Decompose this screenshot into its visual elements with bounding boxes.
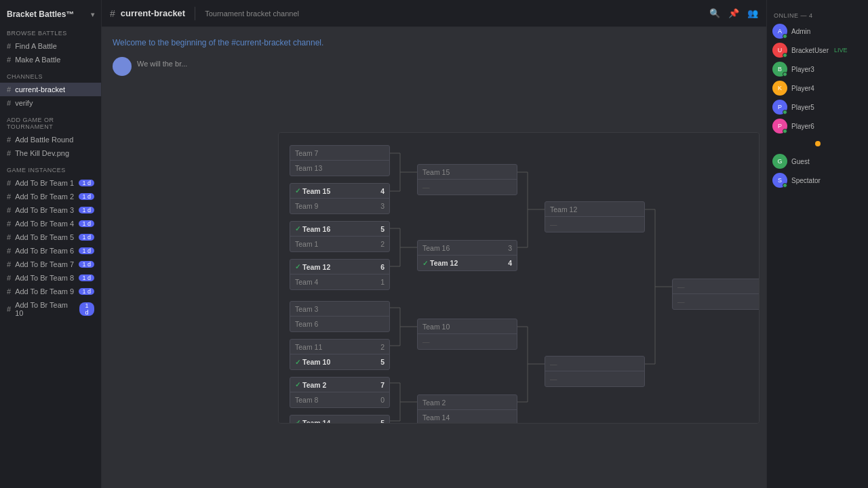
add-battle-label: Add Battle Round bbox=[15, 136, 73, 144]
section-add-game: ADD GAME OR TOURNAMENT bbox=[0, 110, 101, 133]
hash-icon4: # bbox=[7, 99, 11, 107]
sidebar-team5[interactable]: # Add To Br Team 5 1 d bbox=[0, 230, 101, 244]
welcome-text: Welcome to the beginning of the #current… bbox=[113, 38, 755, 47]
match-r4-1: — — bbox=[672, 277, 760, 311]
online-dot-6 bbox=[783, 129, 787, 134]
match-r2-2-team2: ✓ Team 12 4 bbox=[418, 256, 517, 270]
member-avatar-5: P bbox=[772, 100, 787, 115]
h6: # bbox=[7, 247, 11, 255]
h8: # bbox=[7, 274, 11, 282]
online-dot-2 bbox=[783, 53, 787, 58]
sidebar-current-bracket[interactable]: # current-bracket bbox=[0, 83, 101, 96]
check-icon-2: ✓ bbox=[295, 225, 300, 232]
member-5[interactable]: P Player5 bbox=[767, 98, 868, 117]
verify-label: verify bbox=[15, 99, 33, 107]
member-4[interactable]: K Player4 bbox=[767, 79, 868, 98]
member-name-8: Spectator bbox=[791, 177, 821, 184]
match-r3-1-team2: — bbox=[545, 217, 644, 232]
message-text-partial: We will the br... bbox=[137, 60, 187, 68]
match-r1-2: ✓ Team 15 4 Team 9 3 bbox=[290, 182, 390, 216]
sidebar-team2[interactable]: # Add To Br Team 2 1 d bbox=[0, 190, 101, 203]
section-channels: CHANNELS bbox=[0, 66, 101, 83]
sidebar-verify[interactable]: # verify bbox=[0, 96, 101, 110]
sidebar-make-battle[interactable]: # Make A Battle bbox=[0, 53, 101, 66]
hash-icon6: # bbox=[7, 149, 11, 157]
match-r1-1-team1: Team 7 bbox=[290, 146, 389, 161]
stream-badge: LIVE bbox=[834, 47, 848, 54]
badge-6: 1 d bbox=[79, 247, 94, 254]
h10: # bbox=[7, 305, 11, 313]
sidebar-find-battle[interactable]: # Find A Battle bbox=[0, 39, 101, 53]
match-r2-1-team1: Team 15 bbox=[418, 165, 517, 180]
sidebar-team3[interactable]: # Add To Br Team 3 1 d bbox=[0, 203, 101, 217]
member-7[interactable]: G Guest bbox=[767, 152, 868, 171]
match-r2-4-team2: Team 14 bbox=[418, 410, 517, 424]
status-indicator bbox=[815, 141, 821, 146]
sidebar-kill-dev[interactable]: # The Kill Dev.png bbox=[0, 146, 101, 160]
topbar-channel-name: current-bracket bbox=[121, 8, 185, 18]
topbar-description: Tournament bracket channel bbox=[205, 9, 299, 18]
sidebar-team7[interactable]: # Add To Br Team 7 1 d bbox=[0, 258, 101, 271]
sidebar-team4[interactable]: # Add To Br Team 4 1 d bbox=[0, 217, 101, 230]
match-r1-4-team2: Team 4 1 bbox=[290, 274, 389, 289]
match-r1-7: ✓ Team 2 7 Team 8 0 bbox=[290, 375, 390, 409]
member-1[interactable]: A Admin bbox=[767, 22, 868, 41]
match-r1-6: Team 11 2 ✓ Team 10 5 bbox=[290, 338, 390, 371]
member-name-2: BracketUser bbox=[791, 47, 829, 54]
member-avatar-7: G bbox=[772, 154, 787, 169]
t10-label: Add To Br Team 10 bbox=[15, 301, 77, 317]
t3-label: Add To Br Team 3 bbox=[15, 206, 74, 214]
t4-label: Add To Br Team 4 bbox=[15, 220, 74, 228]
member-avatar-6: P bbox=[772, 119, 787, 134]
badge-10: 1 d bbox=[79, 302, 94, 316]
h2: # bbox=[7, 192, 11, 201]
bracket-area: Team 7 Team 13 ✓ Team 15 4 Team 9 bbox=[290, 144, 760, 424]
sidebar-team10[interactable]: # Add To Br Team 10 1 d bbox=[0, 298, 101, 320]
member-avatar-4: K bbox=[772, 81, 787, 96]
badge-9: 1 d bbox=[79, 288, 94, 295]
sidebar-team9[interactable]: # Add To Br Team 9 1 d bbox=[0, 285, 101, 298]
member-3[interactable]: B Player3 bbox=[767, 60, 868, 79]
match-r3-1: Team 12 — bbox=[545, 200, 645, 234]
dropdown-icon[interactable]: ▾ bbox=[91, 11, 94, 18]
members-icon[interactable]: 👥 bbox=[747, 8, 758, 18]
h5: # bbox=[7, 233, 11, 241]
online-dot-8 bbox=[783, 183, 787, 188]
sidebar-team1[interactable]: # Add To Br Team 1 1 d bbox=[0, 176, 101, 190]
sidebar-add-battle-round[interactable]: # Add Battle Round bbox=[0, 133, 101, 146]
t9-label: Add To Br Team 9 bbox=[15, 287, 74, 296]
online-dot-1 bbox=[783, 34, 787, 39]
h1: # bbox=[7, 179, 11, 187]
section-game-instances: GAME INSTANCES bbox=[0, 160, 101, 176]
t8-label: Add To Br Team 8 bbox=[15, 274, 74, 282]
member-name-1: Admin bbox=[791, 28, 810, 35]
match-r3-2-team2: — bbox=[545, 371, 644, 386]
check-icon-4: ✓ bbox=[295, 359, 300, 366]
badge-1: 1 d bbox=[79, 180, 94, 186]
pin-icon[interactable]: 📌 bbox=[728, 8, 739, 18]
member-2[interactable]: U BracketUser LIVE bbox=[767, 41, 868, 60]
match-r1-8: ✓ Team 14 5 Team 5 2 bbox=[290, 413, 390, 424]
h3: # bbox=[7, 206, 11, 214]
member-6[interactable]: P Player6 bbox=[767, 117, 868, 136]
h9: # bbox=[7, 287, 11, 296]
match-r1-8-team1: ✓ Team 14 5 bbox=[290, 415, 389, 424]
connector-svg-r1-r2 bbox=[390, 144, 417, 424]
t2-label: Add To Br Team 2 bbox=[15, 192, 74, 201]
message-content: We will the br... bbox=[137, 57, 755, 69]
match-r2-2: Team 16 3 ✓ Team 12 4 bbox=[417, 239, 517, 272]
sidebar-team8[interactable]: # Add To Br Team 8 1 d bbox=[0, 271, 101, 285]
member-8[interactable]: S Spectator bbox=[767, 171, 868, 190]
match-r1-4-team1: ✓ Team 12 6 bbox=[290, 260, 389, 274]
member-avatar-3: B bbox=[772, 62, 787, 77]
h7: # bbox=[7, 260, 11, 268]
match-r2-4: Team 2 Team 14 bbox=[417, 393, 517, 424]
app-title-text: Bracket Battles™ bbox=[7, 9, 74, 19]
sidebar-team6[interactable]: # Add To Br Team 6 1 d bbox=[0, 244, 101, 258]
message-area: We will the br... bbox=[113, 57, 755, 76]
match-r1-2-team1: ✓ Team 15 4 bbox=[290, 184, 389, 199]
channel-mention: #current-bracket bbox=[231, 38, 290, 47]
search-icon[interactable]: 🔍 bbox=[709, 8, 720, 18]
app-title[interactable]: Bracket Battles™ ▾ bbox=[0, 5, 101, 23]
bracket-modal: Team 7 Team 13 ✓ Team 15 4 Team 9 bbox=[278, 132, 760, 424]
